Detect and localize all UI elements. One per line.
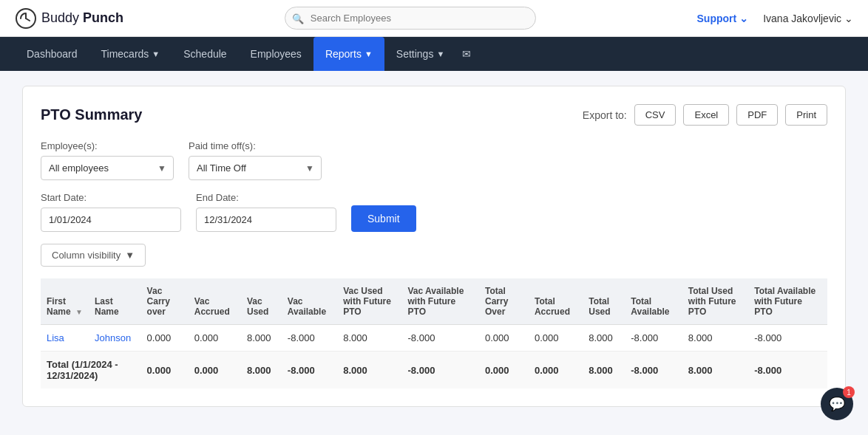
cell-vac-used: 8.000 [241,325,282,352]
top-bar: Buddy Punch 🔍 Support ⌄ Ivana Jakovljevi… [0,0,868,37]
cell-first-name: Lisa [41,325,89,352]
table-row: Lisa Johnson 0.000 0.000 8.000 -8.000 8.… [41,325,827,352]
export-pdf-button[interactable]: PDF [736,104,778,126]
totals-row: Total (1/1/2024 - 12/31/2024) 0.000 0.00… [41,352,827,389]
column-visibility-button[interactable]: Column visibility ▼ [41,244,146,267]
end-date-label: End Date: [196,192,336,203]
submit-group: Submit [351,205,416,232]
nav-item-timecards[interactable]: Timecards ▼ [89,37,172,71]
chat-bubble[interactable]: 💬 1 [821,388,853,420]
logo-icon [15,7,37,30]
cell-total-accrued: 0.000 [529,325,583,352]
col-header-last-name: Last Name [89,278,141,325]
col-header-vac-avail-future: Vac Available with Future PTO [402,278,479,325]
submit-button[interactable]: Submit [351,205,416,232]
employees-select-wrap: All employees ▼ [41,156,174,180]
pto-label: Paid time off(s): [189,140,322,151]
end-date-input[interactable] [196,208,336,232]
chat-badge: 1 [843,386,855,398]
search-bar: 🔍 [285,7,536,30]
employees-select[interactable]: All employees [41,156,174,180]
totals-vac-avail-future: -8.000 [402,352,479,389]
page-header: PTO Summary Export to: CSV Excel PDF Pri… [41,104,827,126]
page-content: PTO Summary Export to: CSV Excel PDF Pri… [0,71,868,422]
cell-vac-used-future: 8.000 [337,325,401,352]
cell-total-available: -8.000 [625,325,682,352]
table-header-row: First Name ▼ Last Name Vac Carry over Va… [41,278,827,325]
col-header-vac-used-future: Vac Used with Future PTO [337,278,401,325]
export-print-button[interactable]: Print [785,104,827,126]
totals-total-used-future: 8.000 [682,352,748,389]
col-header-vac-accrued: Vac Accrued [189,278,241,325]
cell-total-used-future: 8.000 [682,325,748,352]
svg-line-2 [26,18,30,21]
col-header-total-used-future: Total Used with Future PTO [682,278,748,325]
totals-total-avail-future: -8.000 [748,352,827,389]
col-header-vac-used: Vac Used [241,278,282,325]
table-wrap: First Name ▼ Last Name Vac Carry over Va… [41,278,827,388]
end-date-group: End Date: [196,192,336,232]
totals-total-carry-over: 0.000 [479,352,529,389]
filter-row-1: Employee(s): All employees ▼ Paid time o… [41,140,827,180]
col-header-vac-carry-over: Vac Carry over [141,278,189,325]
totals-label: Total (1/1/2024 - 12/31/2024) [41,352,141,389]
nav-item-schedule[interactable]: Schedule [172,37,238,71]
cell-last-name: Johnson [89,325,141,352]
nav-item-dashboard[interactable]: Dashboard [15,37,89,71]
nav-item-settings[interactable]: Settings ▼ [384,37,456,71]
export-label: Export to: [583,109,627,121]
cell-vac-carry-over: 0.000 [141,325,189,352]
support-button[interactable]: Support ⌄ [697,13,749,24]
chevron-down-icon: ▼ [365,49,373,58]
search-icon: 🔍 [292,13,304,24]
user-menu-button[interactable]: Ivana Jakovljevic ⌄ [763,13,853,24]
nav-bar: Dashboard Timecards ▼ Schedule Employees… [0,37,868,71]
totals-total-available: -8.000 [625,352,682,389]
chevron-down-icon: ⌄ [844,13,853,24]
export-excel-button[interactable]: Excel [683,104,729,126]
start-date-label: Start Date: [41,192,181,203]
chevron-down-icon: ⌄ [739,13,748,24]
form-section: PTO Summary Export to: CSV Excel PDF Pri… [22,86,846,407]
nav-item-employees[interactable]: Employees [239,37,313,71]
col-header-total-used: Total Used [583,278,625,325]
cell-total-carry-over: 0.000 [479,325,529,352]
chevron-down-icon: ▼ [436,49,444,58]
logo-text: Buddy Punch [41,10,123,26]
employees-filter-group: Employee(s): All employees ▼ [41,140,174,180]
employee-last-name-link[interactable]: Johnson [95,332,131,343]
totals-vac-used-future: 8.000 [337,352,401,389]
search-input[interactable] [285,7,536,30]
cell-total-used: 8.000 [583,325,625,352]
col-header-total-accrued: Total Accrued [529,278,583,325]
employee-first-name-link[interactable]: Lisa [47,332,64,343]
top-right: Support ⌄ Ivana Jakovljevic ⌄ [697,13,853,24]
totals-vac-carry-over: 0.000 [141,352,189,389]
cell-vac-avail-future: -8.000 [402,325,479,352]
envelope-icon[interactable]: ✉ [462,48,471,60]
chevron-down-icon: ▼ [152,49,160,58]
employees-label: Employee(s): [41,140,174,151]
cell-vac-available: -8.000 [282,325,337,352]
totals-vac-used: 8.000 [241,352,282,389]
nav-item-reports[interactable]: Reports ▼ [313,37,384,71]
cell-total-avail-future: -8.000 [748,325,827,352]
pto-filter-group: Paid time off(s): All Time Off ▼ [189,140,322,180]
pto-table: First Name ▼ Last Name Vac Carry over Va… [41,278,827,388]
pto-select[interactable]: All Time Off [189,156,322,180]
page-title: PTO Summary [41,106,142,123]
filter-row-2: Start Date: End Date: Submit [41,192,827,232]
export-csv-button[interactable]: CSV [634,104,677,126]
col-header-total-carry-over: Total Carry Over [479,278,529,325]
sort-icon[interactable]: ▼ [75,308,83,316]
start-date-input[interactable] [41,208,181,232]
col-header-first-name: First Name ▼ [41,278,89,325]
start-date-group: Start Date: [41,192,181,232]
chevron-down-icon: ▼ [125,250,135,261]
col-header-total-avail-future: Total Available with Future PTO [748,278,827,325]
col-header-vac-available: Vac Available [282,278,337,325]
pto-select-wrap: All Time Off ▼ [189,156,322,180]
totals-vac-accrued: 0.000 [189,352,241,389]
logo: Buddy Punch [15,7,123,30]
totals-vac-available: -8.000 [282,352,337,389]
